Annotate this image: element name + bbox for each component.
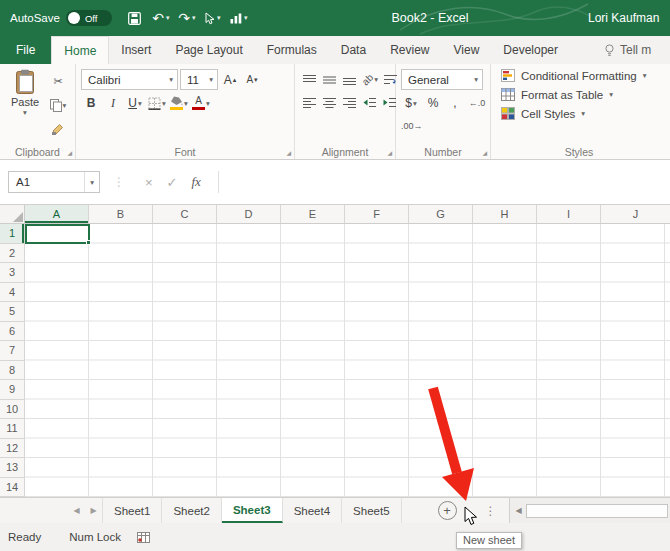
touch-mouse-mode-caret[interactable]: ▾ [217,14,221,22]
accounting-caret[interactable]: ▾ [413,99,417,108]
clipboard-dialog-launcher[interactable]: ◢ [67,149,72,156]
accounting-format-button[interactable]: $▾ [401,93,421,113]
paste-caret[interactable]: ▾ [23,108,27,117]
copy-caret[interactable]: ▾ [63,101,67,110]
enter-button[interactable]: ✓ [167,175,178,190]
tab-insert[interactable]: Insert [109,36,163,64]
top-align-button[interactable] [300,69,319,89]
column-header-e[interactable]: E [281,205,345,224]
horizontal-scrollbar[interactable]: ◀ [509,498,670,523]
row-header-5[interactable]: 5 [0,302,25,322]
row-header-3[interactable]: 3 [0,263,25,283]
number-format-select[interactable]: General ▾ [401,69,483,90]
bottom-align-button[interactable] [340,69,359,89]
tab-data[interactable]: Data [329,36,378,64]
row-header-14[interactable]: 14 [0,478,25,498]
row-header-12[interactable]: 12 [0,439,25,459]
sheet-tab-sheet4[interactable]: Sheet4 [283,498,342,523]
font-color-button[interactable]: A ▾ [191,93,211,113]
save-button[interactable] [124,6,146,30]
row-header-7[interactable]: 7 [0,341,25,361]
row-header-13[interactable]: 13 [0,458,25,478]
insert-function-button[interactable]: fx [192,174,201,190]
quick-access-customize-button[interactable]: ▾ [228,6,250,30]
font-name-select[interactable]: Calibri ▾ [81,69,178,90]
row-header-4[interactable]: 4 [0,283,25,303]
sheet-tab-sheet2[interactable]: Sheet2 [162,498,221,523]
scroll-left-arrow[interactable]: ◀ [512,506,526,515]
align-left-button[interactable] [300,92,319,112]
column-header-j[interactable]: J [601,205,670,224]
fill-color-button[interactable]: ▾ [169,93,189,113]
increase-font-size-button[interactable]: A▴ [220,70,240,90]
tab-tell-me[interactable]: Tell m [592,36,663,64]
select-all-corner[interactable] [0,205,25,224]
fill-handle[interactable] [86,240,91,245]
conditional-formatting-button[interactable]: Conditional Formatting ▾ [493,66,668,85]
redo-caret[interactable]: ▾ [192,14,196,22]
format-as-table-button[interactable]: Format as Table ▾ [493,85,668,104]
undo-button[interactable]: ↶ ▾ [150,6,172,30]
orientation-button[interactable]: ab▾ [360,69,380,89]
tab-developer[interactable]: Developer [491,36,570,64]
sheet-tab-sheet5[interactable]: Sheet5 [342,498,401,523]
sheet-nav-left[interactable]: ◀ [68,498,85,523]
font-size-select[interactable]: 11 ▾ [180,69,218,90]
tab-formulas[interactable]: Formulas [255,36,329,64]
conditional-formatting-caret[interactable]: ▾ [643,71,647,80]
borders-caret[interactable]: ▾ [162,99,166,108]
align-right-button[interactable] [340,92,359,112]
cut-button[interactable]: ✂ [48,71,68,91]
comma-style-button[interactable]: , [445,93,465,113]
paste-button[interactable]: Paste ▾ [6,69,44,139]
decrease-indent-button[interactable] [360,92,379,112]
font-dialog-launcher[interactable]: ◢ [286,149,291,156]
touch-mouse-mode-button[interactable]: ▾ [202,6,224,30]
formula-bar-splitter[interactable]: ⋮ [113,175,125,189]
formula-input[interactable] [218,171,670,193]
column-header-i[interactable]: I [537,205,601,224]
row-header-1[interactable]: 1 [0,224,25,244]
name-box-caret[interactable]: ▾ [84,172,99,192]
format-painter-button[interactable] [48,119,68,139]
copy-button[interactable]: ▾ [48,95,68,115]
user-name[interactable]: Lori Kaufman [588,0,670,36]
increase-decimal-button[interactable]: ←.0 [467,93,487,113]
scrollbar-thumb[interactable] [526,504,668,518]
tab-review[interactable]: Review [378,36,441,64]
underline-caret[interactable]: ▾ [138,99,142,108]
middle-align-button[interactable] [320,69,339,89]
number-dialog-launcher[interactable]: ◢ [482,149,487,156]
row-header-2[interactable]: 2 [0,244,25,264]
sheet-nav-right[interactable]: ▶ [85,498,102,523]
cells-area[interactable] [25,224,670,497]
column-header-h[interactable]: H [473,205,537,224]
fill-color-caret[interactable]: ▾ [184,99,188,108]
selected-cell-a1[interactable] [25,224,90,244]
font-color-caret[interactable]: ▾ [206,99,210,108]
borders-button[interactable]: ▾ [147,93,167,113]
decrease-decimal-button[interactable]: .00→ [401,116,423,136]
align-center-button[interactable] [320,92,339,112]
sheet-tab-sheet1[interactable]: Sheet1 [102,498,162,523]
macro-record-button[interactable] [137,532,150,543]
name-box[interactable]: A1 ▾ [8,171,100,193]
row-header-6[interactable]: 6 [0,322,25,342]
column-header-f[interactable]: F [345,205,409,224]
tab-view[interactable]: View [442,36,492,64]
format-as-table-caret[interactable]: ▾ [609,90,613,99]
column-header-d[interactable]: D [217,205,281,224]
bold-button[interactable]: B [81,93,101,113]
autosave-toggle[interactable]: Off [66,10,112,26]
cell-styles-button[interactable]: Cell Styles ▾ [493,104,668,123]
row-header-10[interactable]: 10 [0,400,25,420]
column-header-a[interactable]: A [25,205,89,224]
sheet-tab-sheet3[interactable]: Sheet3 [222,498,283,523]
alignment-dialog-launcher[interactable]: ◢ [387,149,392,156]
undo-caret[interactable]: ▾ [166,14,170,22]
new-sheet-button[interactable]: + [438,501,457,520]
cell-styles-caret[interactable]: ▾ [581,109,585,118]
tab-page-layout[interactable]: Page Layout [163,36,254,64]
row-header-11[interactable]: 11 [0,419,25,439]
tab-home[interactable]: Home [51,36,109,64]
